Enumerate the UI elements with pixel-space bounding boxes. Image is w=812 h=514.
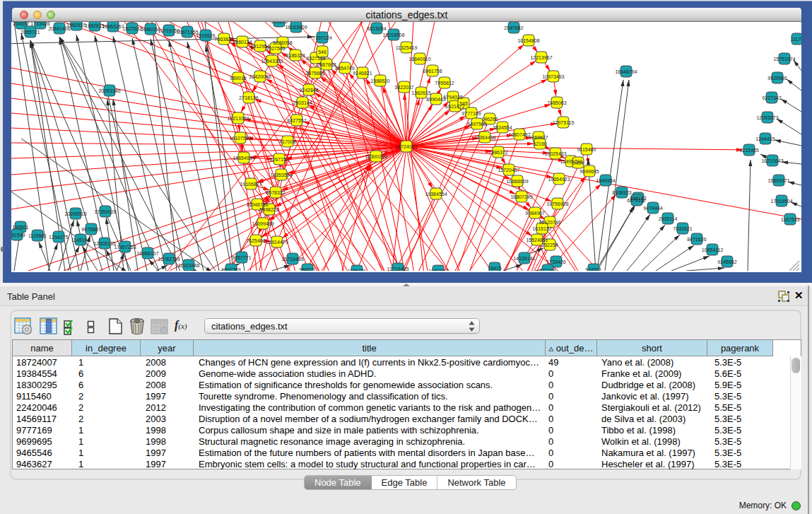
- svg-text:9975887: 9975887: [81, 227, 100, 232]
- svg-text:9327505: 9327505: [266, 46, 285, 51]
- svg-text:18807249: 18807249: [510, 194, 532, 199]
- svg-text:16033809: 16033809: [285, 25, 307, 30]
- svg-text:1185779: 1185779: [348, 269, 367, 271]
- svg-text:252254: 252254: [541, 243, 558, 247]
- svg-text:8186328: 8186328: [286, 53, 305, 58]
- svg-text:19654934: 19654934: [233, 156, 254, 160]
- svg-text:8427552: 8427552: [287, 118, 306, 123]
- svg-text:20364436: 20364436: [473, 135, 495, 140]
- svg-text:9777169: 9777169: [461, 111, 481, 116]
- svg-text:10654112: 10654112: [702, 247, 724, 252]
- svg-text:11325419: 11325419: [396, 45, 418, 50]
- svg-text:2055721: 2055721: [20, 30, 40, 35]
- svg-text:9463627: 9463627: [529, 135, 548, 140]
- svg-text:2718176: 2718176: [239, 95, 258, 100]
- svg-text:924501: 924501: [585, 267, 601, 271]
- svg-text:3822037: 3822037: [394, 85, 413, 90]
- svg-text:8660124: 8660124: [233, 40, 252, 45]
- svg-text:10107553: 10107553: [229, 136, 251, 141]
- svg-text:984521: 984521: [299, 267, 315, 271]
- svg-text:1145194: 1145194: [71, 238, 90, 243]
- svg-text:1068862: 1068862: [428, 269, 447, 271]
- svg-text:391549: 391549: [11, 233, 25, 238]
- svg-text:18300295: 18300295: [365, 154, 387, 159]
- svg-text:6794028: 6794028: [443, 95, 462, 100]
- svg-text:8215955: 8215955: [739, 148, 758, 153]
- svg-text:10807487: 10807487: [508, 132, 530, 137]
- svg-text:20206516: 20206516: [64, 211, 86, 216]
- svg-text:10958107: 10958107: [136, 251, 158, 256]
- svg-text:7663822: 7663822: [214, 37, 233, 42]
- svg-text:6961758: 6961758: [423, 69, 442, 74]
- svg-text:2087682: 2087682: [504, 25, 523, 30]
- svg-text:16782759: 16782759: [158, 257, 180, 262]
- svg-text:12975115: 12975115: [553, 120, 575, 125]
- svg-text:417008: 417008: [279, 139, 295, 144]
- svg-text:15692971: 15692971: [767, 178, 789, 183]
- svg-text:12505135: 12505135: [93, 241, 115, 246]
- svg-text:1244415: 1244415: [755, 136, 775, 141]
- svg-text:9146821: 9146821: [353, 71, 372, 76]
- svg-text:19384554: 19384554: [425, 192, 447, 197]
- svg-text:17359928: 17359928: [94, 209, 116, 214]
- svg-text:9242848: 9242848: [299, 88, 318, 93]
- svg-text:16640910: 16640910: [408, 57, 430, 62]
- svg-text:109313: 109313: [271, 22, 287, 24]
- svg-text:1733426: 1733426: [30, 22, 49, 26]
- svg-text:1733426: 1733426: [546, 259, 565, 264]
- svg-text:10653267: 10653267: [102, 24, 124, 29]
- svg-text:1615132: 1615132: [532, 226, 551, 231]
- svg-text:16046756: 16046756: [246, 202, 268, 207]
- svg-text:16120746: 16120746: [539, 220, 560, 225]
- svg-text:16648794: 16648794: [615, 69, 637, 74]
- svg-text:2803144: 2803144: [293, 100, 312, 105]
- svg-text:9227343: 9227343: [762, 95, 781, 100]
- svg-text:3875685: 3875685: [305, 71, 324, 76]
- svg-text:7986372: 7986372: [488, 150, 507, 155]
- svg-text:19106827: 19106827: [240, 182, 261, 187]
- svg-text:1092369: 1092369: [221, 267, 240, 271]
- svg-text:62160: 62160: [533, 141, 547, 146]
- svg-text:7515526: 7515526: [196, 33, 215, 38]
- svg-text:15751074: 15751074: [773, 57, 795, 62]
- svg-text:5498222: 5498222: [259, 207, 278, 212]
- svg-text:15524851: 15524851: [526, 238, 548, 243]
- svg-text:1115681: 1115681: [28, 233, 47, 238]
- svg-text:1167533: 1167533: [781, 217, 800, 222]
- svg-text:12213389: 12213389: [227, 116, 249, 121]
- svg-text:7357224: 7357224: [312, 35, 331, 40]
- svg-text:13716485: 13716485: [387, 267, 408, 271]
- svg-text:7632621: 7632621: [673, 226, 692, 231]
- svg-text:1362615: 1362615: [411, 90, 430, 95]
- svg-text:1962615: 1962615: [66, 23, 86, 28]
- svg-text:9699695: 9699695: [579, 169, 599, 174]
- svg-text:9474444: 9474444: [643, 206, 662, 211]
- svg-text:14099489: 14099489: [252, 221, 273, 226]
- svg-text:8813054: 8813054: [367, 26, 386, 31]
- svg-text:9327508: 9327508: [306, 56, 325, 61]
- svg-text:10671355: 10671355: [176, 30, 198, 35]
- svg-text:9084067: 9084067: [525, 211, 544, 216]
- svg-text:17957253: 17957253: [114, 245, 136, 250]
- svg-text:2935114: 2935114: [659, 216, 678, 221]
- svg-text:10973493: 10973493: [542, 74, 564, 79]
- svg-text:8471626: 8471626: [687, 237, 706, 242]
- svg-text:8678332: 8678332: [266, 190, 285, 195]
- svg-text:1640954: 1640954: [596, 178, 615, 183]
- svg-text:9115460: 9115460: [577, 147, 596, 152]
- svg-text:11170: 11170: [791, 37, 801, 42]
- svg-text:746266: 746266: [481, 117, 498, 122]
- svg-text:14353594: 14353594: [270, 173, 292, 177]
- svg-text:7955812: 7955812: [435, 81, 454, 86]
- svg-text:16210643: 16210643: [761, 158, 783, 163]
- svg-text:6497568: 6497568: [467, 122, 486, 127]
- svg-text:18415: 18415: [488, 266, 502, 271]
- svg-text:17016504: 17016504: [770, 199, 792, 204]
- svg-text:546: 546: [318, 49, 326, 54]
- svg-text:10543362: 10543362: [261, 59, 283, 64]
- svg-text:6879197: 6879197: [627, 198, 646, 203]
- svg-text:18724007: 18724007: [395, 144, 417, 149]
- svg-text:15716485: 15716485: [281, 257, 303, 262]
- svg-text:19654923: 19654923: [548, 177, 570, 182]
- svg-text:7625402: 7625402: [246, 238, 265, 243]
